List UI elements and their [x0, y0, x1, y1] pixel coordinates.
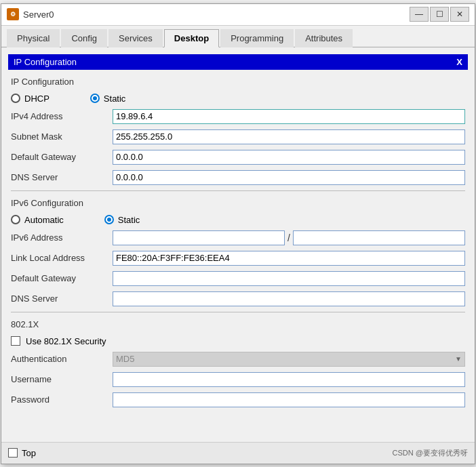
window-controls: — ☐ ✕ — [410, 7, 469, 22]
ipv4-ipv6-divider — [11, 190, 465, 191]
window-title: Server0 — [23, 9, 410, 20]
title-bar: ⚙ Server0 — ☐ ✕ — [1, 4, 475, 26]
auth-value: MD5 — [116, 354, 134, 364]
tab-config[interactable]: Config — [61, 29, 107, 47]
ipv6-dns-input[interactable] — [113, 291, 465, 306]
username-group: Username — [8, 371, 468, 388]
tab-physical[interactable]: Physical — [7, 29, 60, 47]
ipv4-dns-input[interactable] — [113, 170, 465, 185]
top-label: Top — [22, 448, 36, 458]
password-label: Password — [11, 394, 113, 405]
ipv6-address-label: IPv6 Address — [11, 232, 113, 243]
bottom-bar: Top CSDN @要变得优秀呀 — [1, 442, 475, 464]
tab-attributes[interactable]: Attributes — [295, 29, 353, 47]
password-input[interactable] — [113, 392, 465, 407]
dhcp-label: DHCP — [24, 94, 49, 104]
static-radio-circle — [90, 94, 100, 103]
ipv6-dns-group: DNS Server — [8, 290, 468, 308]
maximize-button[interactable]: ☐ — [430, 7, 449, 22]
password-group: Password — [8, 391, 468, 409]
top-checkbox-group: Top — [8, 448, 36, 458]
link-local-label: Link Local Address — [11, 253, 113, 263]
watermark-text: CSDN @要变得优秀呀 — [393, 448, 468, 458]
ip-config-header-label: IP Configuration — [14, 57, 77, 67]
ip-config-close-button[interactable]: X — [456, 57, 462, 67]
ipv6-dot1x-divider — [11, 312, 465, 312]
ipv4-dns-label: DNS Server — [11, 172, 113, 182]
content-area: IP Configuration X IP Configuration DHCP… — [1, 47, 475, 442]
ipv4-gateway-group: Default Gateway — [8, 148, 468, 166]
ipv4-gateway-input[interactable] — [113, 150, 465, 165]
dot1x-checkbox[interactable] — [11, 336, 20, 346]
ipv6-dns-label: DNS Server — [11, 293, 113, 304]
chevron-down-icon: ▼ — [455, 355, 462, 363]
ipv6-gateway-input[interactable] — [113, 271, 465, 286]
auth-select[interactable]: MD5 ▼ — [113, 352, 465, 367]
tab-bar: Physical Config Services Desktop Program… — [1, 26, 475, 47]
username-label: Username — [11, 374, 113, 384]
dhcp-radio-circle — [11, 94, 20, 103]
link-local-group: Link Local Address — [8, 249, 468, 267]
tab-programming[interactable]: Programming — [220, 29, 294, 47]
auth-label: Authentication — [11, 354, 113, 364]
static-label: Static — [104, 94, 126, 104]
username-input[interactable] — [113, 372, 465, 387]
app-icon: ⚙ — [7, 8, 19, 20]
link-local-input[interactable] — [113, 251, 465, 266]
ipv6-auto-radio[interactable]: Automatic — [11, 215, 64, 225]
dhcp-radio[interactable]: DHCP — [11, 94, 49, 104]
subnet-mask-input[interactable] — [113, 129, 465, 144]
ipv4-dns-group: DNS Server — [8, 169, 468, 186]
ipv6-static-label: Static — [118, 215, 140, 225]
dot1x-section-title: 802.1X — [8, 317, 468, 332]
static-radio[interactable]: Static — [90, 94, 126, 104]
main-window: ⚙ Server0 — ☐ ✕ Physical Config Services… — [1, 3, 475, 464]
ip-config-header-bar: IP Configuration X — [8, 54, 468, 70]
tab-desktop[interactable]: Desktop — [164, 29, 219, 47]
ipv6-address-group: IPv6 Address / — [8, 229, 468, 247]
ipv6-gateway-group: Default Gateway — [8, 270, 468, 287]
minimize-button[interactable]: — — [410, 7, 429, 22]
ipv6-static-radio[interactable]: Static — [104, 215, 140, 225]
ipv6-static-radio-circle — [104, 215, 114, 224]
ipv6-section-title: IPv6 Configuration — [8, 195, 468, 211]
ipv6-prefix-input[interactable] — [293, 230, 465, 245]
ipv4-gateway-label: Default Gateway — [11, 152, 113, 162]
ipv4-address-label: IPv4 Address — [11, 111, 113, 121]
dot1x-use-label: Use 802.1X Security — [26, 336, 106, 346]
dot1x-checkbox-group: Use 802.1X Security — [8, 332, 468, 350]
subnet-mask-label: Subnet Mask — [11, 131, 113, 142]
ipv4-section-title: IP Configuration — [8, 74, 468, 89]
ipv6-radio-group: Automatic Static — [8, 211, 468, 229]
ipv6-auto-radio-circle — [11, 215, 20, 224]
ipv6-slash: / — [287, 232, 290, 243]
ipv4-address-input[interactable] — [113, 109, 465, 124]
tab-services[interactable]: Services — [108, 29, 163, 47]
auth-group: Authentication MD5 ▼ — [8, 350, 468, 368]
top-checkbox[interactable] — [8, 448, 18, 458]
ipv4-radio-group: DHCP Static — [8, 89, 468, 108]
ipv6-auto-label: Automatic — [24, 215, 64, 225]
ipv4-address-group: IPv4 Address — [8, 108, 468, 125]
close-button[interactable]: ✕ — [450, 7, 469, 22]
ipv6-address-input[interactable] — [113, 230, 285, 245]
subnet-mask-group: Subnet Mask — [8, 128, 468, 146]
ipv6-gateway-label: Default Gateway — [11, 273, 113, 283]
